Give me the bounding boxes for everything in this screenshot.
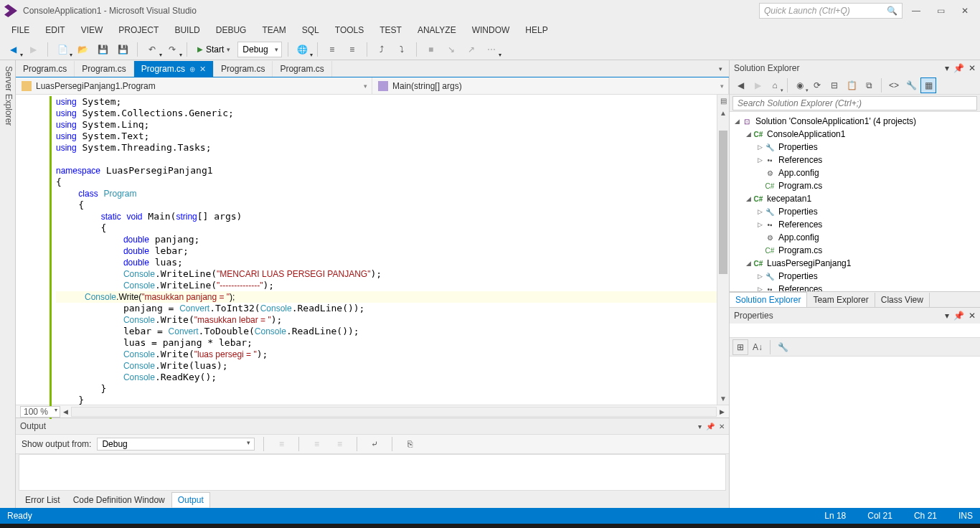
comment-button[interactable]: ≡ xyxy=(324,42,341,57)
menu-build[interactable]: BUILD xyxy=(167,23,207,37)
se-showall-button[interactable]: 📋 xyxy=(844,77,859,93)
output-wrap-button[interactable]: ⤶ xyxy=(366,436,383,452)
menu-sql[interactable]: SQL xyxy=(295,23,326,37)
output-pin-icon[interactable]: 📌 xyxy=(706,423,715,430)
scroll-thumb[interactable] xyxy=(719,131,727,274)
horizontal-scrollbar[interactable] xyxy=(71,407,717,417)
forward-button[interactable]: ▶ xyxy=(24,42,42,57)
redo-button[interactable]: ↷ xyxy=(164,42,181,57)
expand-icon[interactable]: ▷ xyxy=(755,143,764,151)
doc-tab-2[interactable]: Program.cs ⊕ ✕ xyxy=(134,61,214,77)
prop-dropdown-icon[interactable]: ▾ xyxy=(945,311,949,321)
expand-icon[interactable]: ◢ xyxy=(744,195,753,202)
quick-launch-input[interactable]: Quick Launch (Ctrl+Q) 🔍 xyxy=(759,3,903,19)
se-back-button[interactable]: ◀ xyxy=(732,77,748,93)
menu-edit[interactable]: EDIT xyxy=(38,23,72,37)
more-button[interactable]: ⋯ xyxy=(483,42,500,57)
item-app-config[interactable]: ⚙App.config xyxy=(730,166,980,179)
solution-tree[interactable]: ◢⊡Solution 'ConsoleApplication1' (4 proj… xyxy=(730,112,980,291)
se-code-button[interactable]: <> xyxy=(886,77,902,93)
back-button[interactable]: ◀ xyxy=(4,42,22,57)
close-button[interactable]: ✕ xyxy=(954,3,976,19)
menu-file[interactable]: FILE xyxy=(4,23,37,37)
output-toggle1-button[interactable]: ≡ xyxy=(308,436,325,452)
right-tab-team-explorer[interactable]: Team Explorer xyxy=(807,293,875,307)
split-icon[interactable]: ▤ xyxy=(717,95,729,107)
config-dropdown[interactable]: Debug xyxy=(237,42,281,57)
code-editor[interactable]: using System; using System.Collections.G… xyxy=(16,95,729,405)
start-debug-button[interactable]: ▶ Start ▾ xyxy=(193,42,235,57)
solution-node[interactable]: ◢⊡Solution 'ConsoleApplication1' (4 proj… xyxy=(730,115,980,128)
item-program-cs[interactable]: C#Program.cs xyxy=(730,244,980,257)
project-kecepatan1[interactable]: ◢C#kecepatan1 xyxy=(730,192,980,205)
menu-help[interactable]: HELP xyxy=(518,23,555,37)
se-forward-button[interactable]: ▶ xyxy=(750,77,765,93)
minimize-button[interactable]: — xyxy=(905,3,927,19)
prop-alpha-button[interactable]: A↓ xyxy=(750,339,765,355)
vertical-scrollbar[interactable]: ▤ ▲ ▼ xyxy=(717,95,729,405)
menu-test[interactable]: TEST xyxy=(372,23,409,37)
browser-button[interactable]: 🌐 xyxy=(294,42,311,57)
output-dropdown-icon[interactable]: ▾ xyxy=(698,423,702,430)
new-project-button[interactable]: 📄 xyxy=(54,42,71,57)
expand-icon[interactable]: ◢ xyxy=(744,131,753,138)
step-button[interactable]: ⤴ xyxy=(373,42,390,57)
se-properties-button[interactable]: 🔧 xyxy=(903,77,919,93)
stop-button[interactable]: ■ xyxy=(423,42,440,57)
se-dropdown-icon[interactable]: ▾ xyxy=(945,63,949,73)
output-source-dropdown[interactable]: Debug xyxy=(97,438,255,451)
scroll-up-icon[interactable]: ▲ xyxy=(717,107,729,119)
step-into-button[interactable]: ↘ xyxy=(443,42,460,57)
code-content[interactable]: using System; using System.Collections.G… xyxy=(52,95,717,405)
menu-team[interactable]: TEAM xyxy=(255,23,293,37)
se-preview-button[interactable]: ▦ xyxy=(920,77,936,93)
se-home-button[interactable]: ⌂ xyxy=(767,77,783,93)
prop-events-button[interactable]: 🔧 xyxy=(775,339,791,355)
se-close-icon[interactable]: ✕ xyxy=(969,63,976,73)
scroll-down-icon[interactable]: ▼ xyxy=(717,392,729,405)
pin-icon[interactable]: ⊕ xyxy=(189,65,195,73)
step-over-button[interactable]: ⤵ xyxy=(393,42,410,57)
item-references[interactable]: ▷•▪References xyxy=(730,154,980,166)
right-tab-solution-explorer[interactable]: Solution Explorer xyxy=(730,292,807,307)
menu-tools[interactable]: TOOLS xyxy=(328,23,371,37)
output-body[interactable] xyxy=(19,454,726,491)
expand-icon[interactable]: ◢ xyxy=(744,260,753,267)
menu-view[interactable]: VIEW xyxy=(74,23,110,37)
prop-pin-icon[interactable]: 📌 xyxy=(953,311,964,321)
doc-tab-4[interactable]: Program.cs xyxy=(273,61,331,77)
menu-window[interactable]: WINDOW xyxy=(465,23,517,37)
uncomment-button[interactable]: ≡ xyxy=(344,42,361,57)
properties-body[interactable] xyxy=(730,357,980,508)
item-properties[interactable]: ▷🔧Properties xyxy=(730,141,980,154)
se-refresh-button[interactable]: ⟳ xyxy=(809,77,825,93)
item-app-config[interactable]: ⚙App.config xyxy=(730,231,980,244)
menu-debug[interactable]: DEBUG xyxy=(209,23,254,37)
menu-project[interactable]: PROJECT xyxy=(111,23,166,37)
tab-overflow-button[interactable]: ▾ xyxy=(712,61,729,77)
se-search-input[interactable] xyxy=(732,96,977,110)
prop-close-icon[interactable]: ✕ xyxy=(969,311,976,321)
output-close-icon[interactable]: ✕ xyxy=(719,423,725,430)
se-copy-button[interactable]: ⧉ xyxy=(861,77,877,93)
item-references[interactable]: ▷•▪References xyxy=(730,218,980,231)
expand-icon[interactable]: ▷ xyxy=(755,156,764,164)
item-properties[interactable]: ▷🔧Properties xyxy=(730,270,980,283)
item-properties[interactable]: ▷🔧Properties xyxy=(730,205,980,218)
step-out-button[interactable]: ↗ xyxy=(463,42,480,57)
se-scope-button[interactable]: ◉ xyxy=(792,77,808,93)
output-clear-button[interactable]: ≡ xyxy=(273,436,290,452)
se-pin-icon[interactable]: 📌 xyxy=(953,63,964,73)
tab-close-icon[interactable]: ✕ xyxy=(199,65,206,74)
nav-class-dropdown[interactable]: LuasPersegiPanjang1.Program xyxy=(16,77,372,94)
bottom-tab-code-definition-window[interactable]: Code Definition Window xyxy=(67,492,171,508)
expand-icon[interactable]: ▷ xyxy=(755,273,764,280)
project-LuasPersegiPanjang1[interactable]: ◢C#LuasPersegiPanjang1 xyxy=(730,257,980,270)
expand-icon[interactable]: ◢ xyxy=(732,118,741,125)
zoom-dropdown[interactable]: 100 % xyxy=(20,406,60,418)
doc-tab-3[interactable]: Program.cs xyxy=(214,61,273,77)
project-ConsoleApplication1[interactable]: ◢C#ConsoleApplication1 xyxy=(730,128,980,141)
item-program-cs[interactable]: C#Program.cs xyxy=(730,179,980,192)
menu-analyze[interactable]: ANALYZE xyxy=(410,23,463,37)
output-goto-button[interactable]: ⎘ xyxy=(401,436,418,452)
